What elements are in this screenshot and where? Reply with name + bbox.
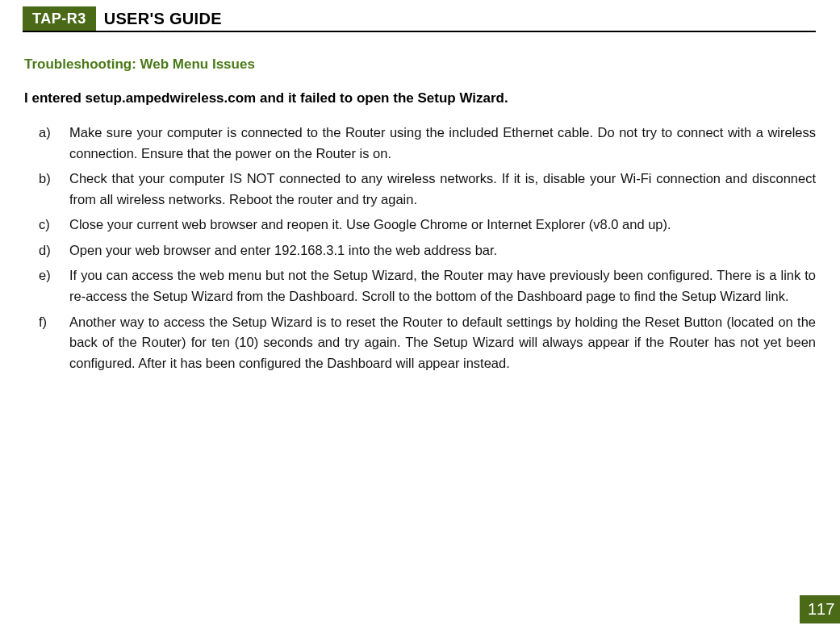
faq-question: I entered setup.ampedwireless.com and it… (24, 90, 816, 106)
list-item: d) Open your web browser and enter 192.1… (39, 240, 816, 261)
list-item: f) Another way to access the Setup Wizar… (39, 312, 816, 374)
step-text: Check that your computer IS NOT connecte… (69, 169, 816, 210)
page-content: Troubleshooting: Web Menu Issues I enter… (0, 32, 840, 373)
product-badge: TAP-R3 (23, 6, 96, 31)
step-marker: c) (39, 215, 69, 236)
step-text: Make sure your computer is connected to … (69, 123, 816, 164)
page-number: 117 (800, 595, 840, 623)
step-text: Open your web browser and enter 192.168.… (69, 240, 816, 261)
header-bar: TAP-R3 USER'S GUIDE (23, 6, 816, 32)
step-text: If you can access the web menu but not t… (69, 265, 816, 306)
list-item: a) Make sure your computer is connected … (39, 123, 816, 164)
document-title: USER'S GUIDE (96, 6, 230, 31)
list-item: c) Close your current web browser and re… (39, 215, 816, 236)
step-marker: b) (39, 169, 69, 210)
list-item: e) If you can access the web menu but no… (39, 265, 816, 306)
list-item: b) Check that your computer IS NOT conne… (39, 169, 816, 210)
step-marker: e) (39, 265, 69, 306)
step-marker: f) (39, 312, 69, 374)
step-text: Close your current web browser and reope… (69, 215, 816, 236)
step-marker: d) (39, 240, 69, 261)
step-text: Another way to access the Setup Wizard i… (69, 312, 816, 374)
step-marker: a) (39, 123, 69, 164)
steps-list: a) Make sure your computer is connected … (24, 123, 816, 373)
section-heading: Troubleshooting: Web Menu Issues (24, 56, 816, 73)
